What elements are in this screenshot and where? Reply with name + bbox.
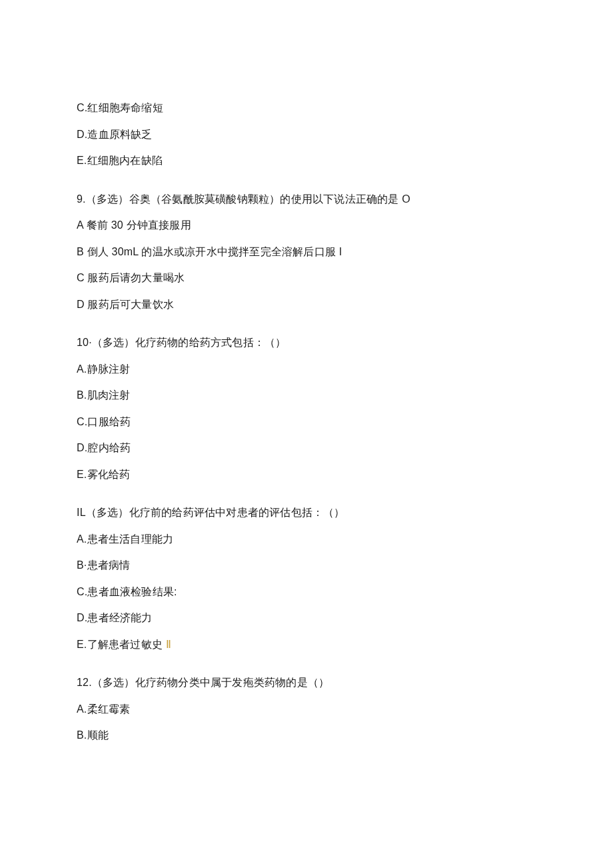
- q11-stem: IL（多选）化疗前的给药评估中对患者的评估包括：（）: [77, 505, 536, 521]
- spacer: [77, 179, 536, 191]
- q10-option-d: D.腔内给药: [77, 440, 536, 456]
- q9-option-b: B 倒人 30mL 的温水或凉开水中搅拌至完全溶解后口服 I: [77, 244, 536, 260]
- spacer: [77, 663, 536, 675]
- document-page: C.红细胞寿命缩短 D.造血原料缺乏 E.红细胞内在缺陷 9.（多选）谷奥（谷氨…: [0, 0, 613, 868]
- q11-option-b: B·患者病情: [77, 557, 536, 573]
- q9-stem: 9.（多选）谷奥（谷氨酰胺莫磺酸钠颗粒）的使用以下说法正确的是 O: [77, 191, 536, 207]
- q11-option-c: C.患者血液检验结果:: [77, 584, 536, 600]
- q11-option-a: A.患者生活自理能力: [77, 531, 536, 547]
- q12-option-a: A.柔红霉素: [77, 701, 536, 717]
- q11-option-e: E.了解患者过敏史 Ⅱ: [77, 637, 536, 653]
- spacer: [77, 493, 536, 505]
- q10-option-a: A.静脉注射: [77, 361, 536, 377]
- q12-option-b: B.顺能: [77, 727, 536, 743]
- q10-option-c: C.口服给药: [77, 414, 536, 430]
- spacer: [77, 323, 536, 335]
- q10-stem: 10·（多选）化疗药物的给药方式包括：（）: [77, 335, 536, 351]
- q11-option-e-text: E.了解患者过敏史: [77, 639, 166, 650]
- q11-option-d: D.患者经济能力: [77, 610, 536, 626]
- q11-option-e-marker: Ⅱ: [166, 639, 171, 650]
- q10-option-e: E.雾化给药: [77, 467, 536, 483]
- q-prev-option-e: E.红细胞内在缺陷: [77, 153, 536, 169]
- q9-option-c: C 服药后请勿大量喝水: [77, 270, 536, 286]
- q9-option-a: A 餐前 30 分钟直接服用: [77, 217, 536, 233]
- q12-stem: 12.（多选）化疗药物分类中属于发疱类药物的是（）: [77, 675, 536, 691]
- q-prev-option-c: C.红细胞寿命缩短: [77, 100, 536, 116]
- q9-option-d: D 服药后可大量饮水: [77, 297, 536, 313]
- q-prev-option-d: D.造血原料缺乏: [77, 127, 536, 143]
- q10-option-b: B.肌肉注射: [77, 387, 536, 403]
